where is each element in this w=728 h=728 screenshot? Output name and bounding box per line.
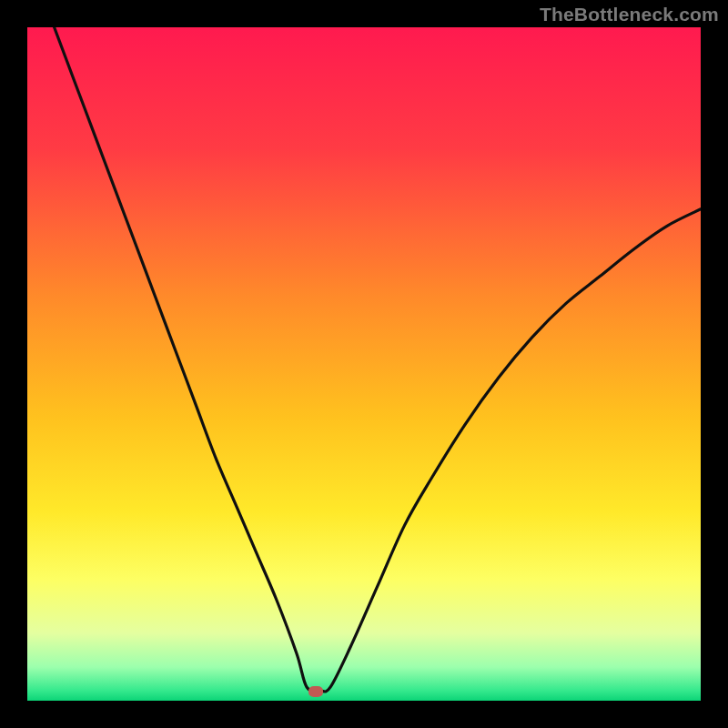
watermark-text: TheBottleneck.com	[540, 4, 719, 25]
optimal-marker	[308, 686, 323, 697]
plot-area	[27, 27, 701, 701]
bottleneck-curve	[27, 27, 701, 701]
chart-frame: TheBottleneck.com	[0, 0, 728, 728]
